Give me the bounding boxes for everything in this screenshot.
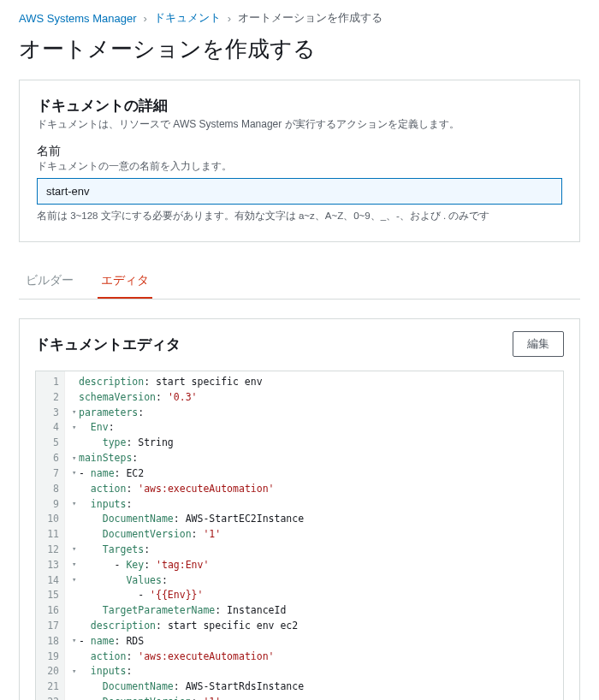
document-details-panel: ドキュメントの詳細 ドキュメントは、リソースで AWS Systems Mana… <box>19 80 580 242</box>
breadcrumb: AWS Systems Manager › ドキュメント › オートメーションを… <box>0 0 599 29</box>
document-editor-panel: ドキュメントエディタ 編集 12345678910111213141516171… <box>19 318 580 700</box>
name-field-label: 名前 <box>37 144 562 159</box>
chevron-right-icon: › <box>228 12 231 25</box>
breadcrumb-service[interactable]: AWS Systems Manager <box>19 12 137 25</box>
document-name-input[interactable] <box>37 178 562 205</box>
name-field-sublabel: ドキュメントの一意の名前を入力します。 <box>37 160 562 173</box>
editor-heading: ドキュメントエディタ <box>35 335 513 354</box>
edit-button[interactable]: 編集 <box>513 331 564 357</box>
code-body[interactable]: description: start specific envschemaVer… <box>65 371 563 700</box>
page-title: オートメーションを作成する <box>0 29 599 80</box>
tab-editor[interactable]: エディタ <box>98 263 152 299</box>
tab-builder[interactable]: ビルダー <box>22 263 77 299</box>
details-heading: ドキュメントの詳細 <box>37 96 562 116</box>
details-description: ドキュメントは、リソースで AWS Systems Manager が実行するア… <box>37 117 562 132</box>
chevron-right-icon: › <box>144 12 147 25</box>
code-editor[interactable]: 1234567891011121314151617181920212223242… <box>35 371 564 700</box>
code-gutter: 1234567891011121314151617181920212223242… <box>36 371 65 700</box>
name-field-help: 名前は 3~128 文字にする必要があります。有効な文字は a~z、A~Z、0~… <box>37 210 562 222</box>
breadcrumb-section[interactable]: ドキュメント <box>154 10 221 26</box>
editor-tabs: ビルダー エディタ <box>19 263 580 300</box>
breadcrumb-current: オートメーションを作成する <box>238 10 383 26</box>
